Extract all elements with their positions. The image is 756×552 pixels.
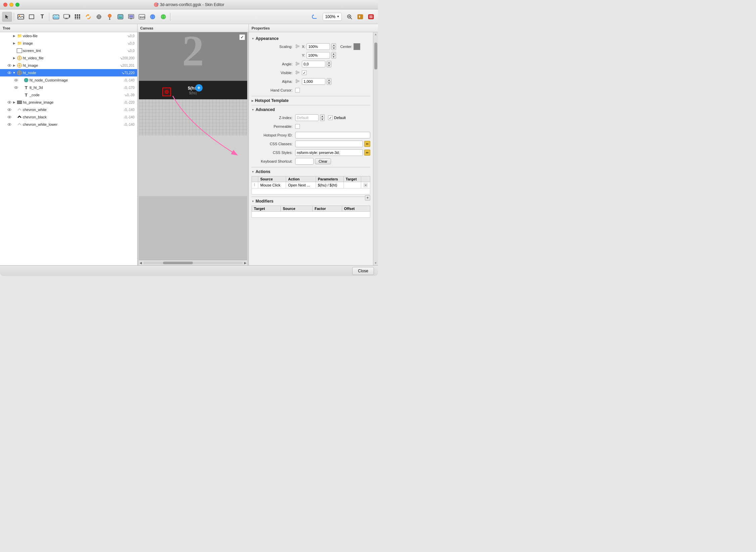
tree-check-image[interactable] bbox=[1, 41, 7, 46]
text-tool-button[interactable]: T bbox=[37, 12, 47, 22]
action-source-cell[interactable]: Mouse Click bbox=[258, 182, 286, 188]
hotspot-template-arrow[interactable]: ▶ bbox=[252, 99, 254, 102]
stepper-up[interactable]: ▲ bbox=[332, 44, 336, 47]
tree-eye-ht-node[interactable] bbox=[7, 70, 12, 75]
tree-arrow-ht-image[interactable]: ▶ bbox=[12, 63, 16, 67]
visible-share-icon[interactable] bbox=[295, 70, 301, 75]
canvas-hotspot-marker[interactable] bbox=[162, 88, 171, 96]
table-row[interactable]: Mouse Click Open Next ... $(hu) / $(ht) … bbox=[252, 182, 370, 188]
zindex-input[interactable] bbox=[295, 114, 319, 121]
tree-eye-ht-node-custom[interactable] bbox=[13, 77, 19, 83]
target-button[interactable] bbox=[94, 12, 104, 22]
tree-check-code[interactable] bbox=[8, 92, 13, 98]
photo-button[interactable] bbox=[51, 12, 61, 22]
stepper-zidx-down[interactable]: ▼ bbox=[320, 118, 324, 121]
tree-check-chevron-white[interactable] bbox=[1, 107, 7, 112]
stepper-alpha-up[interactable]: ▲ bbox=[327, 78, 331, 82]
grid-button[interactable] bbox=[72, 12, 83, 22]
advanced-section-header[interactable]: ▼ Advanced bbox=[252, 107, 370, 112]
scaling-x-stepper[interactable]: ▲▼ bbox=[331, 43, 336, 50]
tree-content[interactable]: ▶ 📁 video-file ↘0,0 ▶ 📁 image ↘0,0 ▶ bbox=[0, 32, 137, 265]
angle-stepper[interactable]: ▲▼ bbox=[327, 61, 331, 67]
tree-arrow-ht-video-file[interactable]: ▶ bbox=[12, 56, 16, 60]
tree-item-video-file[interactable]: ▶ 📁 video-file ↘0,0 bbox=[0, 32, 137, 40]
tree-check-hs-preview[interactable] bbox=[1, 100, 7, 105]
spinner-button[interactable] bbox=[83, 12, 93, 22]
tree-check-chevron-white-lower[interactable] bbox=[1, 122, 7, 127]
stepper-y-down[interactable]: ▼ bbox=[332, 56, 336, 59]
permeable-checkbox[interactable] bbox=[295, 124, 300, 129]
canvas-area[interactable]: 2 $(hs) $(hs) ✓ bbox=[138, 32, 249, 265]
stepper-y-up[interactable]: ▲ bbox=[332, 52, 336, 56]
hotspot-template-header[interactable]: ▶ Hotspot Template bbox=[252, 98, 370, 103]
tree-item-ht-node-custom[interactable]: ▶ ht_node_CustomImage ↓0,-140 bbox=[7, 76, 137, 84]
css-classes-edit-button[interactable]: ✏ bbox=[364, 141, 370, 147]
tree-item-chevron-black[interactable]: ▶ chevron_black ↓0,-140 bbox=[0, 113, 137, 121]
canvas-add-button[interactable]: + bbox=[195, 84, 203, 92]
clear-keyboard-button[interactable]: Clear bbox=[315, 158, 331, 164]
close-button[interactable]: Close bbox=[352, 267, 374, 275]
properties-scrollbar[interactable]: ▲ ▼ bbox=[373, 32, 378, 265]
hand-cursor-checkbox[interactable] bbox=[295, 88, 300, 93]
tree-eye-chevron-white[interactable] bbox=[7, 107, 12, 112]
tree-eye-chevron-black[interactable] bbox=[7, 114, 12, 120]
center-swatch[interactable] bbox=[354, 43, 360, 50]
tree-item-chevron-white[interactable]: ▶ chevron_white ↓0,-140 bbox=[0, 106, 137, 113]
scroll-down-button[interactable]: ▼ bbox=[374, 262, 377, 265]
svg-button[interactable]: SVG bbox=[137, 12, 147, 22]
close-button[interactable] bbox=[3, 3, 7, 7]
proxy-id-input[interactable] bbox=[295, 132, 370, 139]
zindex-stepper[interactable]: ▲▼ bbox=[320, 114, 325, 121]
css-classes-input[interactable] bbox=[295, 141, 363, 147]
pin-button[interactable] bbox=[105, 12, 115, 22]
stepper-down[interactable]: ▼ bbox=[332, 47, 336, 50]
undo-button[interactable] bbox=[310, 12, 320, 22]
share-button[interactable]: ⬆ bbox=[355, 12, 365, 22]
zoom-control[interactable]: 100% ▼ bbox=[323, 13, 342, 21]
scroll-thumb[interactable] bbox=[374, 43, 377, 69]
tree-eye-ht-image[interactable] bbox=[7, 63, 12, 68]
tree-item-ht-image[interactable]: ▶ ht_image ↘201,201 bbox=[0, 62, 137, 69]
action-action-cell[interactable]: Open Next ... bbox=[286, 182, 316, 188]
tree-item-screen-tint[interactable]: ▶ screen_tint ↘0,0 bbox=[0, 47, 137, 54]
tree-item-tt-ht-3d[interactable]: ▶ T tt_ht_3d ↓0,-170 bbox=[7, 84, 137, 91]
css-styles-input[interactable] bbox=[295, 149, 363, 156]
modifiers-collapse-arrow[interactable]: ▼ bbox=[252, 200, 254, 203]
tree-check-chevron-black[interactable] bbox=[1, 114, 7, 120]
tree-check-screen-tint[interactable] bbox=[1, 48, 7, 53]
tree-arrow-video-file[interactable]: ▶ bbox=[12, 34, 16, 38]
scroll-up-button[interactable]: ▲ bbox=[374, 33, 377, 36]
tree-item-ht-node[interactable]: ▼ ht_node ↘71,220 bbox=[0, 69, 137, 76]
tree-check-video-file[interactable] bbox=[1, 33, 7, 39]
appearance-section-header[interactable]: ▼ Appearance bbox=[252, 36, 370, 41]
stepper-zidx-up[interactable]: ▲ bbox=[320, 115, 324, 118]
actions-section-header[interactable]: ▼ Actions bbox=[252, 169, 370, 174]
tree-arrow-hs-preview[interactable]: ▶ bbox=[12, 100, 16, 104]
add-action-button[interactable]: + bbox=[365, 195, 370, 201]
canvas-scrollbar-x[interactable]: ◀ ▶ bbox=[139, 260, 247, 265]
css-styles-edit-button[interactable]: ✏ bbox=[364, 150, 370, 156]
rect-tool-button[interactable] bbox=[26, 12, 37, 22]
canvas-checkbox[interactable]: ✓ bbox=[239, 34, 245, 40]
stepper-angle-down[interactable]: ▼ bbox=[327, 64, 331, 67]
tree-check-tt-ht-3d[interactable] bbox=[8, 85, 13, 90]
angle-input[interactable] bbox=[302, 61, 325, 67]
monitor-button[interactable] bbox=[62, 12, 72, 22]
alpha-share-icon[interactable] bbox=[295, 79, 301, 84]
alpha-input[interactable] bbox=[302, 78, 325, 85]
scaling-share-icon[interactable] bbox=[295, 44, 301, 49]
scaling-y-stepper[interactable]: ▲▼ bbox=[331, 52, 336, 59]
action-target-cell[interactable] bbox=[343, 182, 361, 188]
delete-action-button[interactable]: ✕ bbox=[363, 183, 368, 187]
settings-button[interactable] bbox=[366, 12, 376, 22]
keyboard-input[interactable] bbox=[295, 158, 314, 165]
image-tool-button[interactable] bbox=[16, 12, 26, 22]
map-button[interactable] bbox=[115, 12, 125, 22]
zoom-in-button[interactable] bbox=[344, 12, 355, 22]
globe-button[interactable] bbox=[148, 12, 158, 22]
zindex-default-checkbox[interactable]: ✓ bbox=[328, 115, 333, 120]
tree-item-ht-video-file[interactable]: ▶ ht_video_file ↘200,200 bbox=[0, 54, 137, 62]
scaling-x-input[interactable] bbox=[307, 43, 330, 50]
tree-arrow-ht-node[interactable]: ▼ bbox=[12, 71, 16, 75]
globe2-button[interactable] bbox=[158, 12, 168, 22]
